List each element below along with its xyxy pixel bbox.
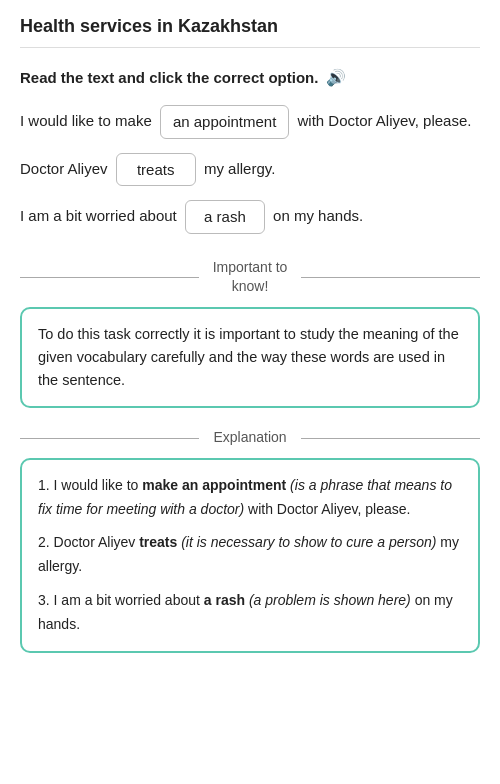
divider-line-right (301, 277, 480, 278)
explanation-divider-row: Explanation (20, 428, 480, 448)
page-container: Health services in Kazakhstan Read the t… (0, 0, 500, 677)
exp3-italic: (a problem is shown here) (245, 592, 411, 608)
important-info-box: To do this task correctly it is importan… (20, 307, 480, 409)
explanation-item-1: 1. I would like to make an appointment (… (38, 474, 462, 522)
divider-line-left (20, 277, 199, 278)
sentences-block: I would like to make an appointment with… (20, 105, 480, 234)
instruction-row: Read the text and click the correct opti… (20, 68, 480, 87)
explanation-divider-right (301, 438, 480, 439)
exp3-bold: a rash (204, 592, 245, 608)
important-text: To do this task correctly it is importan… (38, 326, 459, 388)
exp1-number: 1. (38, 477, 54, 493)
answer-box-3[interactable]: a rash (185, 200, 265, 234)
exp1-after: with Doctor Aliyev, please. (244, 501, 410, 517)
exp2-number: 2. (38, 534, 54, 550)
exp1-before: I would like to (54, 477, 143, 493)
sentence-row-1: I would like to make an appointment with… (20, 105, 480, 139)
explanation-section: Explanation 1. I would like to make an a… (20, 428, 480, 652)
explanation-label: Explanation (199, 428, 300, 448)
explanation-box: 1. I would like to make an appointment (… (20, 458, 480, 653)
explanation-divider-left (20, 438, 199, 439)
sentence-3-after: on my hands. (273, 207, 363, 224)
sentence-1-after: with Doctor Aliyev, please. (298, 112, 472, 129)
important-divider-row: Important toknow! (20, 258, 480, 297)
exp2-italic: (it is necessary to show to cure a perso… (177, 534, 436, 550)
sentence-2-after: my allergy. (204, 159, 275, 176)
audio-icon[interactable]: 🔊 (326, 68, 346, 87)
exp3-before: I am a bit worried about (54, 592, 204, 608)
page-title: Health services in Kazakhstan (20, 16, 480, 48)
answer-box-1[interactable]: an appointment (160, 105, 289, 139)
answer-box-2[interactable]: treats (116, 153, 196, 187)
important-label: Important toknow! (199, 258, 302, 297)
exp2-bold: treats (139, 534, 177, 550)
explanation-item-3: 3. I am a bit worried about a rash (a pr… (38, 589, 462, 637)
instruction-text: Read the text and click the correct opti… (20, 69, 318, 86)
sentence-3-before: I am a bit worried about (20, 207, 177, 224)
exp1-bold: make an appointment (142, 477, 286, 493)
explanation-item-2: 2. Doctor Aliyev treats (it is necessary… (38, 531, 462, 579)
sentence-row-2: Doctor Aliyev treats my allergy. (20, 153, 480, 187)
exp2-before: Doctor Aliyev (54, 534, 140, 550)
sentence-1-before: I would like to make (20, 112, 152, 129)
sentence-row-3: I am a bit worried about a rash on my ha… (20, 200, 480, 234)
exp3-number: 3. (38, 592, 54, 608)
sentence-2-before: Doctor Aliyev (20, 159, 108, 176)
